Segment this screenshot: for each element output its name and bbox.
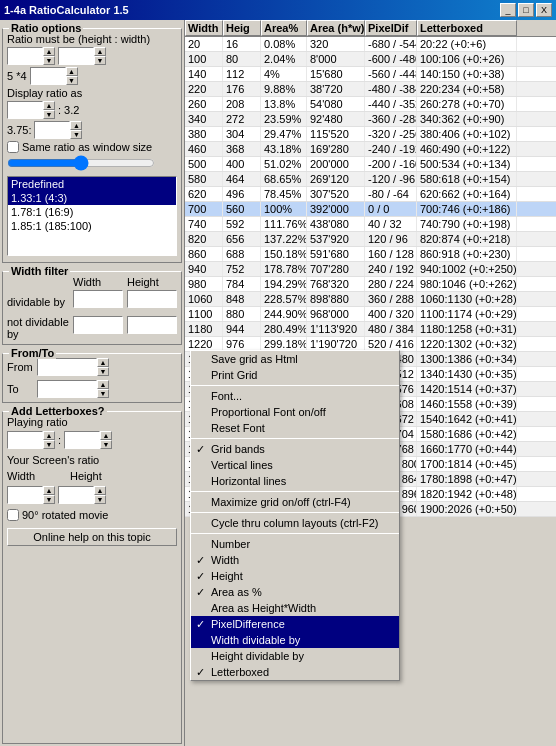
ratio-w-up[interactable]: ▲ bbox=[94, 47, 106, 56]
table-row[interactable]: 700560100%392'0000 / 0700:746 (+0:+186) bbox=[185, 202, 556, 217]
table-row[interactable]: 26020813.8%54'080-440 / -352260:278 (+0:… bbox=[185, 97, 556, 112]
table-row[interactable]: 20160.08%320-680 / -54420:22 (+0:+6) bbox=[185, 37, 556, 52]
table-row[interactable]: 860688150.18%591'680160 / 128860:918 (+0… bbox=[185, 247, 556, 262]
context-menu-item[interactable]: PixelDifference bbox=[191, 616, 399, 632]
table-cell: 80 bbox=[223, 52, 261, 66]
ratio-h-input[interactable]: 5 bbox=[7, 47, 43, 65]
table-row[interactable]: 100802.04%8'000-600 / -480100:106 (+0:+2… bbox=[185, 52, 556, 67]
table-row[interactable]: 740592111.76%438'08040 / 32740:790 (+0:+… bbox=[185, 217, 556, 232]
screen-h-down[interactable]: ▼ bbox=[94, 495, 106, 504]
from-down[interactable]: ▼ bbox=[97, 367, 109, 376]
table-cell: 9.88% bbox=[261, 82, 307, 96]
preset-item-1[interactable]: 1.78:1 (16:9) bbox=[8, 205, 176, 219]
preset-item-0[interactable]: 1.33:1 (4:3) bbox=[8, 191, 176, 205]
table-row[interactable]: 940752178.78%707'280240 / 192940:1002 (+… bbox=[185, 262, 556, 277]
filter-height-div-input[interactable]: 2 bbox=[127, 290, 177, 308]
play-w-down[interactable]: ▼ bbox=[43, 440, 55, 449]
table-cell: 1700:1814 (+0:+45) bbox=[417, 457, 517, 471]
from-up[interactable]: ▲ bbox=[97, 358, 109, 367]
screen-h-up[interactable]: ▲ bbox=[94, 486, 106, 495]
table-cell: 1900:2026 (+0:+50) bbox=[417, 502, 517, 516]
ratio-w-input[interactable]: 4 bbox=[58, 47, 94, 65]
ratio-decimal-input[interactable]: 3 bbox=[34, 121, 70, 139]
table-row[interactable]: 1100880244.90%968'000400 / 3201100:1174 … bbox=[185, 307, 556, 322]
table-row[interactable]: 2201769.88%38'720-480 / -384220:234 (+0:… bbox=[185, 82, 556, 97]
ratio-h-up[interactable]: ▲ bbox=[43, 47, 55, 56]
context-menu-item[interactable]: Font... bbox=[191, 388, 399, 404]
to-input[interactable]: 1920 bbox=[37, 380, 97, 398]
ratio-mult-up[interactable]: ▲ bbox=[66, 67, 78, 76]
context-menu-item[interactable]: Grid bands bbox=[191, 441, 399, 457]
same-as-window-checkbox[interactable] bbox=[7, 141, 19, 153]
context-menu-item[interactable]: Vertical lines bbox=[191, 457, 399, 473]
table-row[interactable]: 1180944280.49%1'113'920480 / 3841180:125… bbox=[185, 322, 556, 337]
to-up[interactable]: ▲ bbox=[97, 380, 109, 389]
play-w-up[interactable]: ▲ bbox=[43, 431, 55, 440]
filter-height-notdiv-input[interactable] bbox=[127, 316, 177, 334]
display-ratio-up[interactable]: ▲ bbox=[43, 101, 55, 110]
table-row[interactable]: 62049678.45%307'520-80 / -64620:662 (+0:… bbox=[185, 187, 556, 202]
table-cell: 848 bbox=[223, 292, 261, 306]
play-w-input[interactable]: 16 bbox=[7, 431, 43, 449]
table-row[interactable]: 38030429.47%115'520-320 / -256380:406 (+… bbox=[185, 127, 556, 142]
screen-h-input[interactable]: 3 bbox=[58, 486, 94, 504]
table-row[interactable]: 820656137.22%537'920120 / 96820:874 (+0:… bbox=[185, 232, 556, 247]
ratio-w-down[interactable]: ▼ bbox=[94, 56, 106, 65]
table-cell: -480 / -384 bbox=[365, 82, 417, 96]
context-menu-item[interactable]: Letterboxed bbox=[191, 664, 399, 680]
ratio-decimal-up[interactable]: ▲ bbox=[70, 121, 82, 130]
table-cell: 220 bbox=[185, 82, 223, 96]
table-row[interactable]: 980784194.29%768'320280 / 224980:1046 (+… bbox=[185, 277, 556, 292]
rotate-checkbox[interactable] bbox=[7, 509, 19, 521]
to-down[interactable]: ▼ bbox=[97, 389, 109, 398]
display-ratio-spinbox: 4 ▲ ▼ bbox=[7, 101, 55, 119]
ratio-h-down[interactable]: ▼ bbox=[43, 56, 55, 65]
online-help-button[interactable]: Online help on this topic bbox=[7, 528, 177, 546]
context-menu-item[interactable]: Width bbox=[191, 552, 399, 568]
ratio-mult-down[interactable]: ▼ bbox=[66, 76, 78, 85]
play-h-up[interactable]: ▲ bbox=[100, 431, 112, 440]
filter-width-notdiv-input[interactable]: 8.30 bbox=[73, 316, 123, 334]
table-row[interactable]: 58046468.65%269'120-120 / -96580:618 (+0… bbox=[185, 172, 556, 187]
context-menu-item[interactable]: Print Grid bbox=[191, 367, 399, 383]
screen-w-down[interactable]: ▼ bbox=[43, 495, 55, 504]
table-row[interactable]: 1060848228.57%898'880360 / 2881060:1130 … bbox=[185, 292, 556, 307]
context-menu-item[interactable]: Maximize grid on/off (ctrl-F4) bbox=[191, 494, 399, 510]
context-menu-item[interactable]: Area as % bbox=[191, 584, 399, 600]
table-cell: 820:874 (+0:+218) bbox=[417, 232, 517, 246]
display-ratio-input[interactable]: 4 bbox=[7, 101, 43, 119]
context-menu-item[interactable]: Reset Font bbox=[191, 420, 399, 436]
table-row[interactable]: 50040051.02%200'000-200 / -160500:534 (+… bbox=[185, 157, 556, 172]
context-menu-item[interactable]: Width dividable by bbox=[191, 632, 399, 648]
screen-col-headers: Width Height bbox=[7, 470, 177, 482]
filter-width-div-input[interactable]: 4 bbox=[73, 290, 123, 308]
screen-w-up[interactable]: ▲ bbox=[43, 486, 55, 495]
ratio-mult-input[interactable]: 20 bbox=[30, 67, 66, 85]
context-menu-item[interactable]: Horizontal lines bbox=[191, 473, 399, 489]
preset-listbox[interactable]: Predefined 1.33:1 (4:3) 1.78:1 (16:9) 1.… bbox=[7, 176, 177, 256]
table-row[interactable]: 34027223.59%92'480-360 / -288340:362 (+0… bbox=[185, 112, 556, 127]
context-menu-item[interactable]: Save grid as Html bbox=[191, 351, 399, 367]
maximize-button[interactable]: □ bbox=[518, 3, 534, 17]
context-menu-item[interactable]: Height dividable by bbox=[191, 648, 399, 664]
close-button[interactable]: X bbox=[536, 3, 552, 17]
context-menu-item[interactable]: Proportional Font on/off bbox=[191, 404, 399, 420]
table-cell: 260:278 (+0:+70) bbox=[417, 97, 517, 111]
table-cell: 240 / 192 bbox=[365, 262, 417, 276]
context-menu-item[interactable]: Cycle thru column layouts (ctrl-F2) bbox=[191, 515, 399, 531]
display-ratio-down[interactable]: ▼ bbox=[43, 110, 55, 119]
minimize-button[interactable]: _ bbox=[500, 3, 516, 17]
table-row[interactable]: 1401124%15'680-560 / -448140:150 (+0:+38… bbox=[185, 67, 556, 82]
context-menu-item[interactable]: Area as Height*Width bbox=[191, 600, 399, 616]
ratio-slider[interactable] bbox=[7, 155, 155, 171]
screen-w-input[interactable]: 4 bbox=[7, 486, 43, 504]
play-h-input[interactable]: 9 bbox=[64, 431, 100, 449]
from-input[interactable]: 1 bbox=[37, 358, 97, 376]
ratio-decimal-down[interactable]: ▼ bbox=[70, 130, 82, 139]
context-menu[interactable]: Save grid as HtmlPrint GridFont...Propor… bbox=[190, 350, 400, 681]
context-menu-item[interactable]: Height bbox=[191, 568, 399, 584]
preset-item-2[interactable]: 1.85:1 (185:100) bbox=[8, 219, 176, 233]
play-h-down[interactable]: ▼ bbox=[100, 440, 112, 449]
table-row[interactable]: 46036843.18%169'280-240 / -192460:490 (+… bbox=[185, 142, 556, 157]
context-menu-item[interactable]: Number bbox=[191, 536, 399, 552]
